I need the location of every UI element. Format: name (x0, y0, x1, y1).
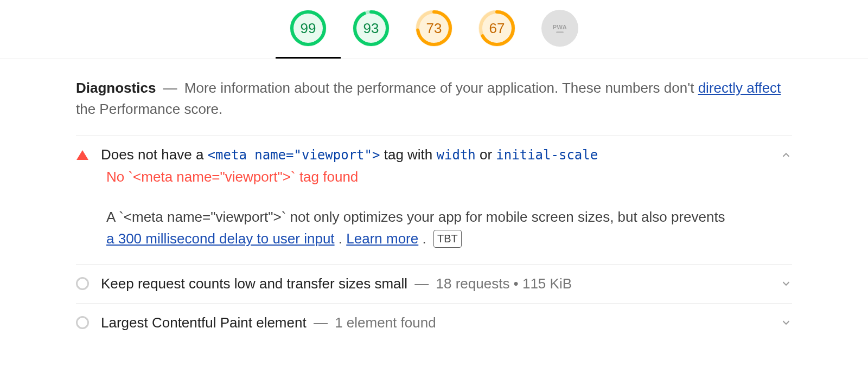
score-tab-accessibility[interactable]: 93 (353, 10, 390, 47)
separator-dash: — (163, 80, 177, 96)
text: A `<meta name="viewport">` not only opti… (106, 209, 725, 225)
text: . (339, 230, 346, 247)
score-tab-pwa[interactable]: PWA (541, 10, 578, 47)
audit-description-viewport: A `<meta name="viewport">` not only opti… (106, 206, 730, 250)
link-300ms-delay[interactable]: a 300 millisecond delay to user input (106, 230, 335, 247)
code-width: width (437, 147, 476, 163)
text: . (422, 230, 430, 247)
audit-summary: 1 element found (335, 314, 436, 331)
status-fail-icon (76, 150, 89, 160)
score-tab-best-practices[interactable]: 73 (416, 10, 452, 47)
pwa-label: PWA (553, 24, 567, 30)
diagnostics-blurb-after: the Performance score. (76, 101, 222, 117)
badge-tbt: TBT (433, 230, 462, 248)
audit-lcp-element: Largest Contentful Paint element — 1 ele… (76, 304, 792, 342)
svg-point-3 (355, 12, 387, 44)
status-info-icon (76, 277, 89, 290)
active-tab-indicator (276, 57, 341, 59)
score-tabs: 99 93 73 67 PWA (0, 0, 868, 59)
chevron-down-icon (780, 317, 792, 329)
score-tab-performance[interactable]: 99 (290, 10, 327, 47)
code-initial-scale: initial-scale (496, 147, 598, 163)
chevron-up-icon (780, 149, 792, 161)
text: Keep request counts low and transfer siz… (101, 275, 407, 292)
chevron-down-icon (780, 278, 792, 290)
svg-point-1 (292, 12, 324, 44)
pwa-dash-icon (556, 31, 564, 33)
score-tab-seo[interactable]: 67 (478, 10, 515, 47)
audit-title-lcp-element: Largest Contentful Paint element — 1 ele… (101, 314, 768, 331)
link-learn-more[interactable]: Learn more (346, 230, 418, 247)
code-meta-viewport: <meta name="viewport"> (208, 147, 380, 163)
status-info-icon (76, 316, 89, 329)
diagnostics-title: Diagnostics (76, 80, 156, 96)
text: or (480, 146, 496, 163)
audit-request-counts: Keep request counts low and transfer siz… (76, 265, 792, 304)
text: Largest Contentful Paint element (101, 314, 307, 331)
audit-title-request-counts: Keep request counts low and transfer siz… (101, 275, 768, 292)
diagnostics-heading: Diagnostics — More information about the… (76, 78, 792, 120)
diagnostics-blurb-before: More information about the performance o… (184, 80, 698, 96)
audit-row-viewport[interactable]: Does not have a <meta name="viewport"> t… (76, 146, 792, 163)
separator-dash: — (314, 314, 331, 331)
diagnostics-link-directly-affect[interactable]: directly affect (698, 80, 781, 96)
audit-row-request-counts[interactable]: Keep request counts low and transfer siz… (76, 275, 792, 292)
audit-summary: 18 requests • 115 KiB (436, 275, 572, 292)
text: tag with (384, 146, 437, 163)
audit-viewport: Does not have a <meta name="viewport"> t… (76, 136, 792, 265)
audit-row-lcp-element[interactable]: Largest Contentful Paint element — 1 ele… (76, 314, 792, 331)
separator-dash: — (414, 275, 432, 292)
text: Does not have a (101, 146, 208, 163)
audit-subtitle-viewport: No `<meta name="viewport">` tag found (106, 169, 792, 185)
audit-title-viewport: Does not have a <meta name="viewport"> t… (101, 146, 768, 163)
